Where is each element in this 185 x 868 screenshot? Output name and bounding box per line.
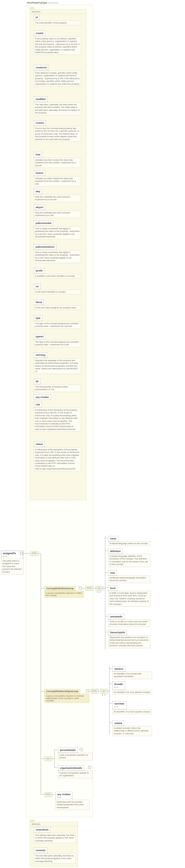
doc-attr-modified: The date (and, optionally, the time) whe… (34, 102, 81, 116)
attr-roleuri[interactable]: roleuri (34, 441, 45, 447)
element-hierarchyInfo[interactable]: hierarchyInfo (108, 630, 127, 635)
element-organisationDetails[interactable]: organisationDetails (58, 766, 84, 771)
doc-sameAs: An identifier of a concept with equivale… (113, 672, 152, 679)
type-header: Flex1PartyPropType (extension) (27, 2, 58, 4)
doc-any-other: Extension point for provider-defined pro… (55, 800, 90, 810)
doc-attr-why: Why the metadata has been included - exp… (34, 195, 81, 202)
attributes-label-1: attributes (30, 10, 86, 14)
attr-literal[interactable]: literal (34, 300, 44, 305)
doc-attr-uri: A URI which identifies a concept. (34, 289, 81, 294)
attr-pubconstraint[interactable]: pubconstraint (34, 220, 53, 226)
choice-crg (100, 689, 108, 694)
attr-custom[interactable]: custom (34, 120, 46, 126)
seq-any (44, 792, 52, 797)
element-facet[interactable]: facet (108, 586, 118, 591)
doc-attr-custom: If set to true the corresponding propert… (34, 126, 81, 142)
attr-why[interactable]: why (34, 189, 42, 194)
attr-id[interactable]: id (34, 15, 39, 20)
attr-type[interactable]: type (34, 315, 42, 321)
card-cdg: 0..∞ (97, 591, 101, 593)
doc-attr-literal: A free-text value assigned as property v… (34, 305, 81, 310)
doc-attr-whyuri: Why the metadata has been included - exp… (34, 211, 81, 218)
doc-remoteInfo: A link to an item or a web resource whic… (108, 619, 150, 627)
doc-attr-xml-lang: Specifies the language of this property … (34, 358, 81, 374)
doc-attr-pubconstraint: One or many constraints that apply to pu… (34, 226, 81, 240)
doc-crg: A group of properties required to indica… (44, 694, 89, 703)
diagram-canvas: Flex1PartyPropType (extension) assignedT… (0, 0, 185, 868)
attr-any-other[interactable]: any ##other (34, 395, 51, 400)
doc-personDetails: A set of properties specific to a person (58, 753, 92, 761)
element-note[interactable]: note (108, 570, 117, 576)
attr-pubconstrainturi[interactable]: pubconstrainturi (34, 244, 57, 249)
attr-whyuri[interactable]: whyuri (34, 205, 45, 210)
doc-organisationDetails: A group of properties specific to an org… (58, 771, 92, 778)
element-any-other[interactable]: any ##other 0..∞ (55, 792, 72, 800)
doc-broader: An identifier of a more generic concept. (113, 690, 152, 695)
doc-narrower: An identifier of a more specific concept… (113, 710, 152, 714)
doc-attr-how: Indicates by which means the value was e… (34, 158, 81, 168)
attr-creatoruri[interactable]: creatoruri (34, 65, 49, 70)
element-broader[interactable]: broader0..∞ (113, 682, 125, 690)
expand-organisationDetails[interactable] (88, 766, 91, 769)
doc-assignedTo: The party which is assigned to cover the… (1, 559, 24, 575)
group-ConceptRelationshipsGroup[interactable]: ConceptRelationshipsGroup (44, 689, 80, 694)
element-personDetails[interactable]: personDetails (58, 747, 78, 753)
attributes-label-2: attributes (30, 822, 78, 826)
attr-creator[interactable]: creator (34, 31, 45, 36)
doc-attr-roleuri: A refinement of the semantics of the pro… (34, 447, 81, 471)
element-remoteInfo[interactable]: remoteInfo (108, 614, 124, 619)
doc-attr-pubconstrainturi: One or many constraints that apply to pu… (34, 250, 81, 263)
attr-howuri[interactable]: howuri (34, 170, 45, 176)
choice-pd-od (44, 756, 52, 761)
doc-attr-qcode: A qualified code which identifies a conc… (34, 274, 81, 279)
attr-coversfrom[interactable]: coversfrom (34, 827, 51, 832)
doc-facet: In NAR 1.8 and later, facet is deprecate… (108, 591, 150, 607)
doc-attr-coversto: The end date (and optionally, the time) … (34, 854, 76, 864)
element-sameAs[interactable]: sameAs (113, 666, 125, 672)
doc-related: A related concept, where the relationshi… (113, 726, 152, 736)
doc-attr-id: The local identifier of the property. (34, 21, 81, 25)
doc-attr-type: The type of the concept assigned as cont… (34, 321, 81, 329)
attr-qcode[interactable]: qcode (34, 268, 44, 273)
attr-modified[interactable]: modified (34, 96, 48, 102)
expand-personDetails[interactable] (80, 748, 83, 751)
element-related[interactable]: related (113, 720, 124, 726)
doc-attr-dir: The directionality of textual content (e… (34, 384, 81, 392)
attr-how[interactable]: how (34, 152, 42, 157)
attr-coversto[interactable]: coversto (34, 848, 48, 853)
doc-attr-coversfrom: The starting date (and optionally, the t… (34, 833, 76, 843)
attr-dir[interactable]: dir (34, 379, 41, 384)
seq-root (31, 551, 38, 556)
choice-cdg (96, 586, 103, 591)
doc-cdg: A group of properties required to define… (44, 591, 84, 598)
doc-name: A natural language name for the concept. (108, 541, 150, 546)
element-definition[interactable]: definition (108, 549, 123, 554)
seq-crg (91, 689, 99, 694)
attr-role[interactable]: role (34, 402, 42, 407)
doc-note: Additional natural language information … (108, 576, 150, 583)
doc-attr-howuri: Indicates by which means the value was e… (34, 176, 81, 186)
doc-attr-creator: If the property value is not defined, sp… (34, 36, 81, 55)
card-crg: 0..∞ (102, 694, 106, 696)
attr-xml-lang[interactable]: xml:lang (34, 352, 47, 358)
doc-definition: A natural language definition of the sem… (108, 554, 150, 567)
group-ConceptDefinitionGroup[interactable]: ConceptDefinitionGroup (44, 586, 76, 591)
doc-hierarchyInfo: Represents the position of a concept in … (108, 635, 150, 648)
element-narrower[interactable]: narrower0..∞ (113, 701, 126, 709)
doc-attr-role: A refinement of the semantics of the pro… (34, 408, 81, 432)
attr-uri[interactable]: uri (34, 284, 41, 289)
doc-attr-typeuri: The type of the concept assigned as cont… (34, 340, 81, 347)
element-name[interactable]: name (108, 536, 118, 541)
seq-cdg (86, 586, 93, 591)
doc-attr-creatoruri: If the attribute is empty, specifies whi… (34, 71, 81, 87)
attr-typeuri[interactable]: typeuri (34, 334, 45, 339)
